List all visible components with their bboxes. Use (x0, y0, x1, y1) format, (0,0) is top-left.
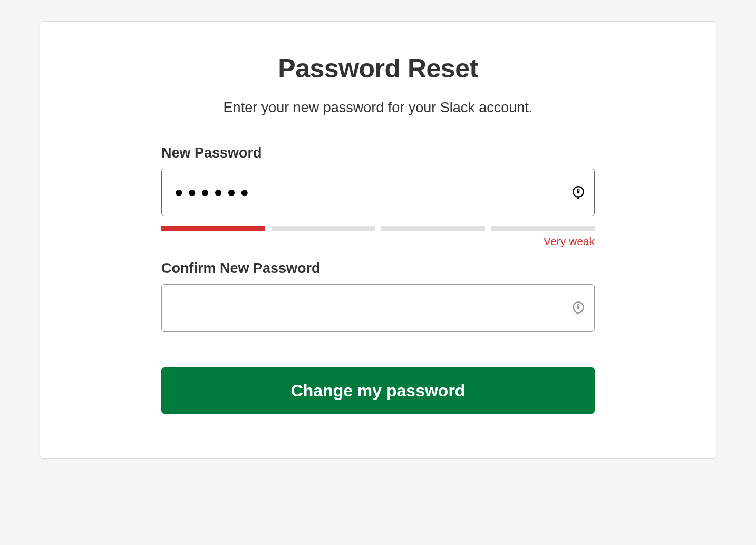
strength-segment (491, 226, 595, 231)
page-subtitle: Enter your new password for your Slack a… (161, 100, 595, 116)
page-title: Password Reset (161, 53, 595, 84)
password-manager-icon[interactable] (571, 301, 585, 315)
password-strength-label: Very weak (161, 235, 595, 248)
confirm-password-input[interactable] (161, 284, 595, 332)
confirm-password-label: Confirm New Password (161, 260, 595, 277)
new-password-wrapper (161, 169, 595, 216)
new-password-input[interactable] (161, 169, 595, 216)
svg-rect-1 (577, 191, 579, 193)
strength-segment (161, 226, 265, 231)
change-password-button[interactable]: Change my password (161, 367, 595, 414)
password-manager-icon[interactable] (571, 186, 585, 199)
password-strength-meter (161, 226, 595, 231)
password-reset-card: Password Reset Enter your new password f… (40, 21, 716, 459)
strength-segment (381, 226, 485, 231)
strength-segment (272, 226, 375, 231)
confirm-password-wrapper (161, 284, 595, 332)
new-password-label: New Password (161, 145, 595, 161)
svg-rect-3 (577, 306, 579, 309)
